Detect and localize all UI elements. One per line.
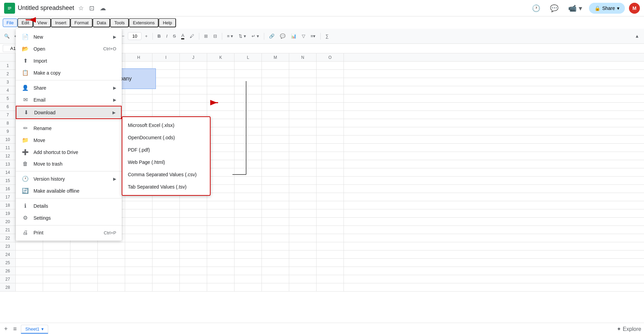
cell-H19[interactable] — [125, 209, 152, 217]
cell-K5[interactable] — [207, 94, 234, 102]
cell-I22[interactable] — [152, 234, 180, 242]
cell-N19[interactable] — [289, 209, 317, 217]
cell-L28[interactable] — [234, 283, 262, 291]
cell-L8[interactable] — [234, 119, 262, 127]
cell-N10[interactable] — [289, 136, 317, 143]
cell-H27[interactable] — [125, 275, 152, 283]
menu-item-extensions[interactable]: Extensions — [129, 18, 159, 27]
cell-G23[interactable] — [98, 242, 125, 250]
italic-button[interactable]: I — [164, 32, 170, 40]
cell-J3[interactable] — [180, 78, 207, 86]
chat-button[interactable]: 💬 — [547, 3, 561, 14]
cell-I20[interactable] — [152, 218, 180, 226]
cell-H22[interactable] — [125, 234, 152, 242]
cell-H24[interactable] — [125, 250, 152, 258]
cell-O12[interactable] — [317, 152, 344, 160]
menu-add-shortcut[interactable]: ➕ Add shortcut to Drive — [16, 146, 122, 158]
highlight-button[interactable]: 🖊 — [188, 32, 196, 40]
chart-button[interactable]: 📊 — [289, 32, 298, 40]
cell-O22[interactable] — [317, 234, 344, 242]
cell-L18[interactable] — [234, 201, 262, 209]
menu-email[interactable]: ✉ Email ▶ — [16, 94, 122, 106]
cell-O27[interactable] — [317, 275, 344, 283]
add-sheet-button[interactable]: + — [3, 324, 9, 334]
cell-H21[interactable] — [125, 226, 152, 234]
cell-J19[interactable] — [180, 209, 207, 217]
cell-N16[interactable] — [289, 185, 317, 193]
cell-M27[interactable] — [262, 275, 289, 283]
cell-H25[interactable] — [125, 259, 152, 267]
cell-M1[interactable] — [262, 62, 289, 69]
menu-make-copy[interactable]: 📋 Make a copy — [16, 67, 122, 79]
menu-item-file[interactable]: File — [3, 18, 17, 27]
cell-N21[interactable] — [289, 226, 317, 234]
cell-L2[interactable] — [234, 70, 262, 78]
menu-item-view[interactable]: View — [33, 18, 51, 27]
user-avatar[interactable]: M — [629, 3, 640, 14]
cell-H6[interactable] — [125, 103, 152, 111]
cell-I23[interactable] — [152, 242, 180, 250]
cell-L9[interactable] — [234, 127, 262, 135]
menu-version-history[interactable]: 🕐 Version history ▶ — [16, 173, 122, 185]
cell-M24[interactable] — [262, 250, 289, 258]
cell-O24[interactable] — [317, 250, 344, 258]
cell-O9[interactable] — [317, 127, 344, 135]
cell-M13[interactable] — [262, 160, 289, 168]
cell-H26[interactable] — [125, 267, 152, 275]
cell-O25[interactable] — [317, 259, 344, 267]
cell-M12[interactable] — [262, 152, 289, 160]
cell-M5[interactable] — [262, 94, 289, 102]
cell-O20[interactable] — [317, 218, 344, 226]
history-button[interactable]: 🕐 — [529, 3, 543, 14]
cell-O10[interactable] — [317, 136, 344, 143]
download-pdf[interactable]: PDF (.pdf) — [122, 144, 210, 156]
cell-I3[interactable] — [152, 78, 180, 86]
merge-button[interactable]: ⊟ — [211, 32, 219, 40]
align-button[interactable]: ≡ ▾ — [225, 32, 235, 40]
cell-O3[interactable] — [317, 78, 344, 86]
menu-download[interactable]: ⬇ Download ▶ — [16, 106, 122, 119]
cell-M25[interactable] — [262, 259, 289, 267]
cell-L15[interactable] — [234, 177, 262, 184]
menu-share[interactable]: 👤 Share ▶ — [16, 82, 122, 94]
cell-K24[interactable] — [207, 250, 234, 258]
menu-details[interactable]: ℹ Details — [16, 200, 122, 212]
cell-N17[interactable] — [289, 193, 317, 201]
cell-M16[interactable] — [262, 185, 289, 193]
cell-G27[interactable] — [98, 275, 125, 283]
cell-K1[interactable] — [207, 62, 234, 69]
cell-L5[interactable] — [234, 94, 262, 102]
cell-M7[interactable] — [262, 111, 289, 119]
menu-item-insert[interactable]: Insert — [51, 18, 70, 27]
collapse-button[interactable]: ▲ — [633, 32, 641, 40]
menu-open[interactable]: 📂 Open Ctrl+O — [16, 43, 122, 55]
cell-H18[interactable] — [125, 201, 152, 209]
cell-L16[interactable] — [234, 185, 262, 193]
filter-button[interactable]: ▽ — [300, 32, 307, 40]
cell-H5[interactable] — [125, 94, 152, 102]
cell-E27[interactable] — [43, 275, 70, 283]
cell-K27[interactable] — [207, 275, 234, 283]
cell-L19[interactable] — [234, 209, 262, 217]
cell-I21[interactable] — [152, 226, 180, 234]
cell-O15[interactable] — [317, 177, 344, 184]
cell-O17[interactable] — [317, 193, 344, 201]
cell-M26[interactable] — [262, 267, 289, 275]
menu-item-help[interactable]: Help — [159, 18, 176, 27]
cell-L21[interactable] — [234, 226, 262, 234]
cell-O11[interactable] — [317, 144, 344, 152]
cell-N2[interactable] — [289, 70, 317, 78]
cell-M9[interactable] — [262, 127, 289, 135]
cell-N13[interactable] — [289, 160, 317, 168]
cell-J22[interactable] — [180, 234, 207, 242]
cell-K21[interactable] — [207, 226, 234, 234]
cell-O8[interactable] — [317, 119, 344, 127]
cell-L24[interactable] — [234, 250, 262, 258]
cell-K2[interactable] — [207, 70, 234, 78]
cell-M20[interactable] — [262, 218, 289, 226]
cell-H20[interactable] — [125, 218, 152, 226]
cell-F28[interactable] — [70, 283, 98, 291]
cell-K13[interactable] — [207, 160, 234, 168]
cell-I2[interactable] — [152, 70, 180, 78]
valign-button[interactable]: ⇅ ▾ — [237, 32, 248, 40]
